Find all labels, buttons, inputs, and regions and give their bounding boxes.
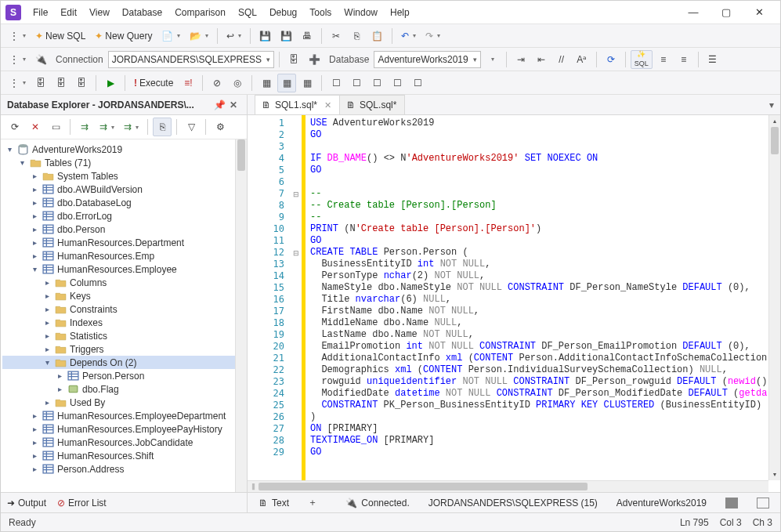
menu-file[interactable]: File bbox=[27, 4, 53, 21]
twisty-icon[interactable]: ▸ bbox=[43, 318, 52, 327]
output-tab[interactable]: ➜Output bbox=[7, 498, 46, 508]
twisty-icon[interactable]: ▾ bbox=[5, 145, 14, 154]
paste-button[interactable]: 📋 bbox=[367, 27, 387, 45]
tree-node[interactable]: ▸dbo.Flag bbox=[2, 382, 245, 396]
close-panel-icon[interactable]: ✕ bbox=[226, 100, 240, 110]
outdent-button[interactable]: ⇤ bbox=[532, 50, 551, 69]
close-tab-icon[interactable]: ✕ bbox=[324, 100, 331, 110]
redo-button[interactable]: ↷ bbox=[421, 27, 444, 45]
add-tab-button[interactable]: ＋ bbox=[303, 496, 322, 509]
tree2-icon[interactable]: ⇉ bbox=[96, 118, 118, 136]
target-button[interactable]: ◎ bbox=[228, 74, 247, 92]
code-editor[interactable]: 1234567891011121314151617181920212223242… bbox=[248, 115, 780, 492]
db-out-icon[interactable]: 🗄 bbox=[72, 74, 91, 92]
new-query-button[interactable]: ✦New Query bbox=[91, 27, 156, 45]
align-left-button[interactable]: ≡ bbox=[654, 50, 673, 69]
twisty-icon[interactable]: ▾ bbox=[43, 358, 52, 367]
tree-node[interactable]: ▸dbo.DatabaseLog bbox=[2, 196, 245, 209]
twisty-icon[interactable]: ▸ bbox=[56, 385, 64, 393]
code-text[interactable]: USE AdventureWorks2019 GO IF DB_NAME() <… bbox=[306, 115, 780, 492]
scroll-thumb[interactable] bbox=[259, 483, 588, 490]
twisty-icon[interactable]: ▸ bbox=[31, 252, 39, 260]
menu-window[interactable]: Window bbox=[338, 4, 383, 21]
grid1-button[interactable]: ▦ bbox=[257, 74, 276, 92]
close-button[interactable]: ✕ bbox=[743, 2, 776, 24]
twisty-icon[interactable]: ▸ bbox=[31, 411, 39, 420]
tree-node[interactable]: ▸Statistics bbox=[2, 329, 245, 342]
grip-icon[interactable]: ⋮ bbox=[5, 27, 30, 45]
layout1-button[interactable] bbox=[721, 498, 743, 508]
save-button[interactable]: 💾 bbox=[255, 27, 275, 45]
tree-node[interactable]: ▸Constraints bbox=[2, 302, 245, 316]
database-combo[interactable]: AdventureWorks2019 bbox=[374, 51, 480, 68]
twisty-icon[interactable]: ▸ bbox=[43, 305, 52, 313]
refresh-tree-icon[interactable]: ⟳ bbox=[5, 118, 24, 136]
comment-button[interactable]: // bbox=[552, 50, 571, 69]
minimize-button[interactable]: — bbox=[677, 2, 710, 24]
undo-button[interactable]: ↶ bbox=[397, 27, 420, 45]
tab-sql2[interactable]: 🗎 SQL.sql* bbox=[339, 95, 405, 114]
db-check-icon[interactable]: 🗄 bbox=[52, 74, 71, 92]
text-mode-tab[interactable]: 🗎Text bbox=[254, 498, 294, 508]
twisty-icon[interactable]: ▸ bbox=[31, 438, 39, 447]
print-button[interactable]: 🖶 bbox=[298, 27, 316, 45]
tree-node[interactable]: ▸Indexes bbox=[2, 316, 245, 329]
pin-icon[interactable]: 📌 bbox=[212, 100, 226, 110]
scroll-thumb[interactable] bbox=[237, 139, 245, 171]
tree-node[interactable]: ▾AdventureWorks2019 bbox=[2, 143, 245, 156]
tree-node[interactable]: ▸HumanResources.EmployeeDepartment bbox=[2, 409, 245, 422]
grip-icon[interactable]: ⋮ bbox=[5, 50, 30, 69]
tree-node[interactable]: ▾HumanResources.Employee bbox=[2, 262, 245, 276]
menu-debug[interactable]: Debug bbox=[264, 4, 302, 21]
align-right-button[interactable]: ≡ bbox=[674, 50, 693, 69]
tree-scrollbar[interactable] bbox=[235, 139, 247, 492]
twisty-icon[interactable]: ▸ bbox=[31, 225, 39, 233]
twisty-icon[interactable]: ▸ bbox=[31, 172, 39, 180]
db-exec-icon[interactable]: 🗄 bbox=[31, 74, 50, 92]
menu-database[interactable]: Database bbox=[117, 4, 168, 21]
view3-button[interactable]: ☐ bbox=[367, 74, 386, 92]
gear-icon[interactable]: ⚙ bbox=[211, 118, 230, 136]
tree-node[interactable]: ▸Person.Address bbox=[2, 462, 245, 476]
twisty-icon[interactable]: ▸ bbox=[43, 331, 52, 340]
tree-node[interactable]: ▸Columns bbox=[2, 276, 245, 289]
format-button[interactable]: Aᵃ bbox=[573, 50, 591, 69]
view2-button[interactable]: ☐ bbox=[347, 74, 366, 92]
db-plus-icon[interactable]: ➕ bbox=[305, 50, 324, 69]
history-button[interactable]: ↩ bbox=[222, 27, 245, 45]
tab-overflow-icon[interactable]: ▾ bbox=[763, 100, 780, 110]
tree-node[interactable]: ▸System Tables bbox=[2, 169, 245, 183]
scroll-thumb[interactable] bbox=[771, 127, 779, 154]
open-button[interactable]: 📂 bbox=[186, 27, 212, 45]
editor-hscrollbar[interactable]: ⦀ bbox=[248, 480, 768, 492]
menu-comparison[interactable]: Comparison bbox=[169, 4, 231, 21]
execute-button[interactable]: !Execute bbox=[130, 74, 177, 92]
split-grip-icon[interactable]: ⦀ bbox=[248, 481, 259, 492]
twisty-icon[interactable]: ▸ bbox=[56, 371, 64, 380]
twisty-icon[interactable]: ▾ bbox=[18, 158, 27, 167]
twisty-icon[interactable]: ▸ bbox=[31, 238, 39, 247]
grip-icon[interactable]: ⋮ bbox=[5, 74, 30, 92]
editor-vscrollbar[interactable]: ▴ ▾ bbox=[768, 115, 780, 480]
copy-button[interactable]: ⎘ bbox=[347, 27, 366, 45]
connection-combo[interactable]: JORDANSANDERS\SQLEXPRESS bbox=[108, 51, 274, 68]
copy-tree-icon[interactable]: ⎘ bbox=[153, 118, 172, 136]
view5-button[interactable]: ☐ bbox=[408, 74, 427, 92]
tree-node[interactable]: ▾Depends On (2) bbox=[2, 356, 245, 369]
connect-icon[interactable]: 🔌 bbox=[31, 50, 51, 69]
twisty-icon[interactable]: ▸ bbox=[31, 465, 39, 473]
filter-icon[interactable]: ▽ bbox=[182, 118, 201, 136]
cut-button[interactable]: ✂ bbox=[327, 27, 345, 45]
tree-node[interactable]: ▸HumanResources.Emp bbox=[2, 249, 245, 262]
tree-node[interactable]: ▸dbo.ErrorLog bbox=[2, 209, 245, 223]
menu-edit[interactable]: Edit bbox=[55, 4, 82, 21]
stop-button[interactable]: ⊘ bbox=[208, 74, 226, 92]
tree-node[interactable]: ▸Person.Person bbox=[2, 369, 245, 382]
tree1-icon[interactable]: ⇉ bbox=[75, 118, 94, 136]
grid3-button[interactable]: ▦ bbox=[298, 74, 316, 92]
layout2-button[interactable] bbox=[752, 498, 774, 508]
tree-node[interactable]: ▾Tables (71) bbox=[2, 156, 245, 169]
error-list-tab[interactable]: ⊘Error List bbox=[57, 498, 107, 508]
tab-sql1[interactable]: 🗎 SQL1.sql* ✕ bbox=[255, 95, 340, 114]
menu-help[interactable]: Help bbox=[385, 4, 415, 21]
